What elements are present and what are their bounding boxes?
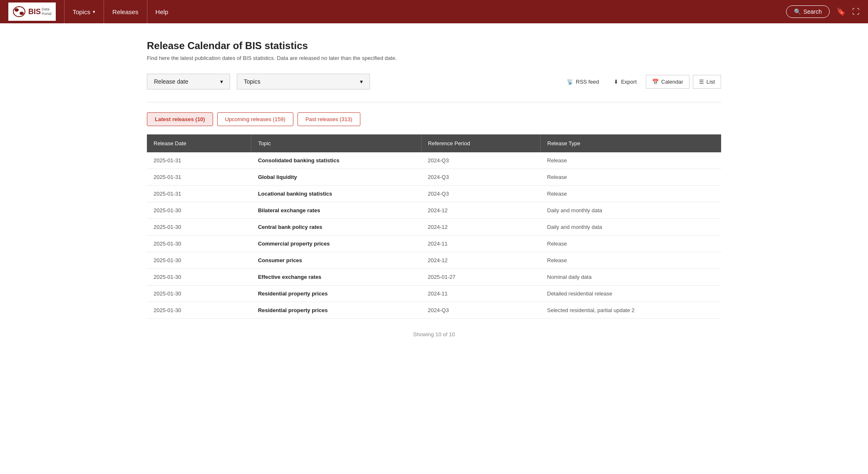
cell-topic: Consumer prices: [251, 252, 421, 269]
fullscreen-button[interactable]: ⛶: [852, 7, 860, 16]
rss-feed-button[interactable]: 📡 RSS feed: [561, 75, 605, 88]
cell-release-type: Detailed residential release: [541, 285, 721, 302]
nav-help[interactable]: Help: [147, 0, 177, 23]
export-button[interactable]: ⬇ Export: [608, 75, 642, 88]
cell-ref-period: 2025-01-27: [421, 269, 541, 285]
cell-date: 2025-01-30: [147, 236, 251, 252]
bis-logo-icon: [12, 6, 26, 17]
chevron-down-icon: ▾: [220, 78, 223, 85]
calendar-view-button[interactable]: 📅 Calendar: [646, 75, 689, 89]
page-title: Release Calendar of BIS statistics: [147, 40, 721, 52]
download-icon: ⬇: [614, 79, 618, 85]
cell-date: 2025-01-31: [147, 186, 251, 202]
col-reference-period: Reference Period: [421, 134, 541, 152]
table-row[interactable]: 2025-01-30Central bank policy rates2024-…: [147, 219, 721, 236]
header: BIS Data Portal Topics ▾ Releases Help 🔍…: [0, 0, 868, 23]
table-row[interactable]: 2025-01-31Locational banking statistics2…: [147, 186, 721, 202]
table-row[interactable]: 2025-01-30Bilateral exchange rates2024-1…: [147, 202, 721, 219]
rss-icon: 📡: [567, 79, 573, 85]
filter-actions: 📡 RSS feed ⬇ Export 📅 Calendar ☰ List: [561, 75, 721, 89]
tab-past-releases[interactable]: Past releases (313): [298, 112, 360, 126]
section-divider: [147, 102, 721, 102]
cell-topic: Global liquidity: [251, 169, 421, 186]
cell-ref-period: 2024-12: [421, 202, 541, 219]
tabs-row: Latest releases (10) Upcoming releases (…: [147, 112, 721, 126]
table-row[interactable]: 2025-01-30Residential property prices202…: [147, 285, 721, 302]
cell-ref-period: 2024-Q3: [421, 186, 541, 202]
chevron-down-icon: ▾: [93, 9, 95, 15]
showing-count: Showing 10 of 10: [147, 331, 721, 350]
cell-release-type: Release: [541, 186, 721, 202]
cell-date: 2025-01-30: [147, 219, 251, 236]
cell-ref-period: 2024-11: [421, 285, 541, 302]
cell-ref-period: 2024-Q3: [421, 169, 541, 186]
cell-topic: Residential property prices: [251, 302, 421, 319]
col-topic: Topic: [251, 134, 421, 152]
cell-release-type: Release: [541, 169, 721, 186]
table-row[interactable]: 2025-01-31Consolidated banking statistic…: [147, 152, 721, 169]
table-row[interactable]: 2025-01-30Effective exchange rates2025-0…: [147, 269, 721, 285]
col-release-date: Release Date: [147, 134, 251, 152]
nav-releases[interactable]: Releases: [104, 0, 147, 23]
cell-topic: Locational banking statistics: [251, 186, 421, 202]
tab-upcoming-releases[interactable]: Upcoming releases (159): [217, 112, 293, 126]
search-icon: 🔍: [794, 8, 801, 15]
cell-date: 2025-01-31: [147, 169, 251, 186]
main-nav: Topics ▾ Releases Help: [64, 0, 786, 23]
nav-topics[interactable]: Topics ▾: [64, 0, 104, 23]
cell-topic: Central bank policy rates: [251, 219, 421, 236]
svg-point-0: [13, 7, 25, 17]
logo-sub: Data Portal: [42, 7, 52, 16]
cell-ref-period: 2024-11: [421, 236, 541, 252]
table-row[interactable]: 2025-01-30Residential property prices202…: [147, 302, 721, 319]
cell-topic: Effective exchange rates: [251, 269, 421, 285]
list-icon: ☰: [699, 79, 704, 85]
cell-ref-period: 2024-12: [421, 252, 541, 269]
cell-ref-period: 2024-Q3: [421, 302, 541, 319]
bookmark-button[interactable]: 🔖: [836, 7, 846, 16]
calendar-icon: 📅: [652, 79, 659, 85]
cell-release-type: Release: [541, 152, 721, 169]
cell-release-type: Daily and monthly data: [541, 202, 721, 219]
search-button[interactable]: 🔍 Search: [786, 5, 830, 18]
logo-area: BIS Data Portal: [8, 2, 56, 21]
list-view-button[interactable]: ☰ List: [693, 75, 721, 89]
cell-topic: Bilateral exchange rates: [251, 202, 421, 219]
release-date-filter[interactable]: Release date ▾: [147, 74, 230, 89]
cell-date: 2025-01-30: [147, 269, 251, 285]
col-release-type: Release Type: [541, 134, 721, 152]
svg-point-2: [20, 12, 24, 15]
cell-release-type: Nominal daily data: [541, 269, 721, 285]
cell-topic: Consolidated banking statistics: [251, 152, 421, 169]
table-row[interactable]: 2025-01-30Consumer prices2024-12Release: [147, 252, 721, 269]
releases-table: Release Date Topic Reference Period Rele…: [147, 134, 721, 319]
svg-point-1: [15, 8, 19, 12]
cell-date: 2025-01-30: [147, 302, 251, 319]
cell-topic: Residential property prices: [251, 285, 421, 302]
cell-date: 2025-01-30: [147, 285, 251, 302]
table-row[interactable]: 2025-01-31Global liquidity2024-Q3Release: [147, 169, 721, 186]
cell-date: 2025-01-30: [147, 202, 251, 219]
filters-row: Release date ▾ Topics ▾ 📡 RSS feed ⬇ Exp…: [147, 74, 721, 89]
chevron-down-icon: ▾: [360, 78, 363, 85]
tab-latest-releases[interactable]: Latest releases (10): [147, 112, 213, 126]
cell-release-type: Release: [541, 252, 721, 269]
header-right: 🔍 Search 🔖 ⛶: [786, 5, 860, 18]
cell-ref-period: 2024-12: [421, 219, 541, 236]
table-row[interactable]: 2025-01-30Commercial property prices2024…: [147, 236, 721, 252]
cell-release-type: Release: [541, 236, 721, 252]
cell-topic: Commercial property prices: [251, 236, 421, 252]
page-content: Release Calendar of BIS statistics Find …: [130, 23, 738, 367]
cell-date: 2025-01-31: [147, 152, 251, 169]
cell-release-type: Selected residential, partial update 2: [541, 302, 721, 319]
topics-filter[interactable]: Topics ▾: [237, 74, 370, 89]
page-subtitle: Find here the latest publication dates o…: [147, 55, 721, 61]
cell-release-type: Daily and monthly data: [541, 219, 721, 236]
cell-ref-period: 2024-Q3: [421, 152, 541, 169]
cell-date: 2025-01-30: [147, 252, 251, 269]
logo-text: BIS: [28, 7, 41, 16]
table-header-row: Release Date Topic Reference Period Rele…: [147, 134, 721, 152]
